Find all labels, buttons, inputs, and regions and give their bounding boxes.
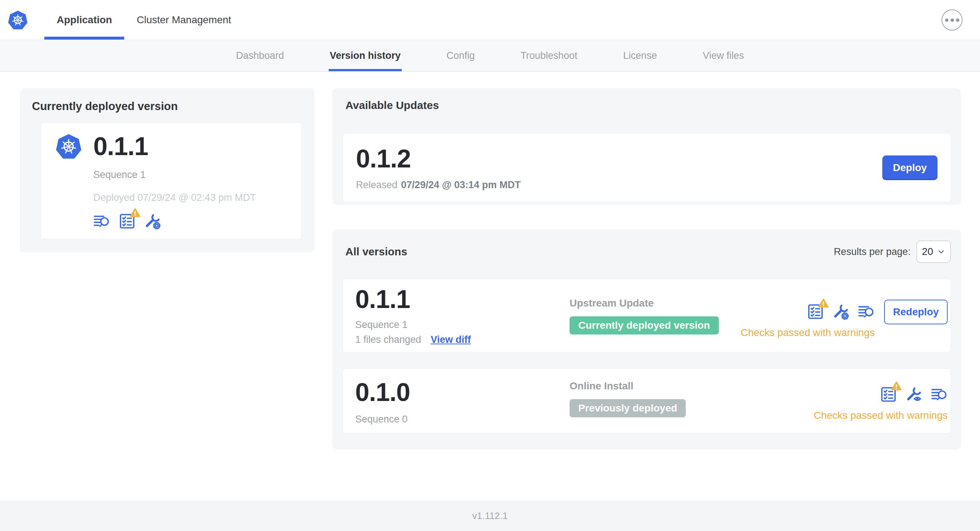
row-action-icons (807, 303, 875, 320)
available-updates-title: Available Updates (345, 99, 961, 111)
version-row: 0.1.0 Sequence 0 Online Install Previous… (342, 368, 951, 433)
edit-config-icon[interactable] (832, 303, 849, 320)
available-updates-card: Available Updates 0.1.2 Released07/29/24… (332, 88, 961, 205)
chevron-down-icon (937, 247, 945, 256)
row-version-number: 0.1.1 (355, 286, 410, 312)
warning-icon (130, 208, 140, 217)
tab-troubleshoot[interactable]: Troubleshoot (520, 40, 578, 71)
all-versions-card: All versions Results per page: 20 0.1.1 … (332, 229, 961, 450)
row-version-number: 0.1.0 (355, 380, 410, 405)
currently-deployed-card: Currently deployed version 0.1.1 Sequenc… (20, 88, 315, 253)
tab-license[interactable]: License (623, 40, 657, 71)
currently-deployed-title: Currently deployed version (32, 100, 315, 113)
top-tab-cluster-management[interactable]: Cluster Management (124, 0, 243, 40)
current-version-number: 0.1.1 (93, 134, 148, 159)
current-version-sequence: Sequence 1 (93, 170, 291, 180)
view-logs-icon[interactable] (931, 386, 948, 403)
view-logs-icon[interactable] (858, 303, 875, 320)
overflow-menu-button[interactable] (942, 10, 963, 30)
top-nav: Application Cluster Management (0, 0, 980, 40)
results-per-page-select[interactable]: 20 (916, 240, 951, 263)
warning-icon (818, 299, 829, 308)
top-tab-cluster-management-label: Cluster Management (137, 14, 231, 26)
row-sequence: Sequence 1 (355, 320, 407, 330)
status-badge: Currently deployed version (570, 316, 719, 334)
all-versions-header: All versions Results per page: 20 (332, 229, 961, 263)
ellipsis-icon (945, 19, 948, 22)
all-versions-title: All versions (345, 245, 407, 258)
redeploy-button[interactable]: Redeploy (884, 300, 948, 324)
view-diff-link[interactable]: View diff (431, 334, 471, 345)
app-sub-nav: Dashboard Version history Config Trouble… (0, 40, 980, 72)
edit-config-icon[interactable] (144, 213, 161, 229)
results-per-page: Results per page: 20 (834, 240, 951, 263)
current-version-deployed-at: Deployed 07/29/24 @ 02:43 pm MDT (93, 193, 291, 203)
top-tab-application[interactable]: Application (44, 0, 124, 40)
warning-icon (891, 382, 902, 390)
view-config-icon[interactable] (905, 386, 922, 403)
released-date: 07/29/24 @ 03:14 pm MDT (401, 180, 520, 190)
console-version: v1.112.1 (472, 510, 508, 521)
top-tab-application-label: Application (57, 14, 112, 26)
tab-view-files[interactable]: View files (703, 40, 744, 71)
checks-status-text: Checks passed with warnings (814, 410, 948, 421)
preflight-checks-icon[interactable] (119, 213, 135, 229)
currently-deployed-panel: 0.1.1 Sequence 1 Deployed 07/29/24 @ 02:… (41, 122, 302, 239)
view-logs-icon[interactable] (93, 213, 110, 229)
app-logo-kubernetes-icon (55, 132, 83, 161)
tab-config[interactable]: Config (446, 40, 475, 71)
released-label: Released (356, 180, 398, 190)
version-row: 0.1.1 Sequence 1 1 files changed View di… (342, 279, 951, 352)
tab-version-history[interactable]: Version history (330, 40, 401, 71)
update-version-number: 0.1.2 (356, 146, 521, 172)
version-source-label: Upstream Update (570, 298, 719, 308)
files-changed-text: 1 files changed (355, 334, 422, 345)
checks-status-text: Checks passed with warnings (741, 327, 875, 339)
results-per-page-label: Results per page: (834, 246, 911, 258)
kubernetes-logo-icon (7, 9, 28, 31)
available-update-row: 0.1.2 Released07/29/24 @ 03:14 pm MDT De… (342, 133, 951, 202)
version-source-label: Online Install (570, 381, 686, 391)
results-per-page-value: 20 (922, 246, 933, 258)
update-released-line: Released07/29/24 @ 03:14 pm MDT (356, 180, 521, 190)
tab-dashboard[interactable]: Dashboard (236, 40, 284, 71)
current-version-actions (93, 213, 291, 229)
row-sequence: Sequence 0 (355, 414, 407, 424)
status-badge: Previously deployed (570, 399, 686, 417)
deploy-button[interactable]: Deploy (882, 156, 937, 180)
kots-admin-console: Application Cluster Management Dashboard… (0, 0, 980, 531)
row-action-icons (880, 386, 948, 403)
page-footer: v1.112.1 (0, 501, 980, 531)
preflight-checks-icon[interactable] (880, 386, 897, 403)
preflight-checks-icon[interactable] (807, 303, 824, 320)
top-nav-tabs: Application Cluster Management (44, 0, 243, 40)
